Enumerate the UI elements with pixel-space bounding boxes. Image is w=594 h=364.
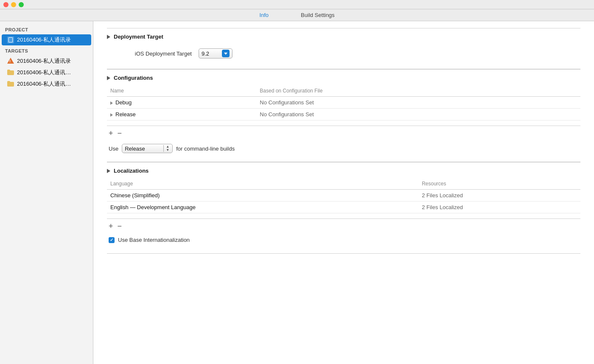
base-internationalization-checkbox[interactable] — [109, 237, 115, 243]
localizations-section-title: Localizations — [114, 168, 148, 174]
localizations-remove-button[interactable]: − — [118, 222, 122, 230]
config-row-name: Release — [107, 109, 256, 120]
config-col-file: Based on Configuration File — [256, 86, 580, 97]
configurations-section: Configurations Name Based on Configurati… — [107, 69, 580, 158]
divider-3 — [107, 253, 580, 254]
localizations-section: Localizations Language Resources Chinese… — [107, 162, 580, 250]
top-tab-bar: Info Build Settings — [0, 9, 594, 21]
project-icon — [7, 36, 14, 44]
configurations-add-button[interactable]: + — [109, 129, 113, 137]
config-row-name: Debug — [107, 97, 256, 109]
localizations-add-remove-bar: + − — [107, 218, 580, 233]
configurations-add-remove-bar: + − — [107, 126, 580, 140]
row-triangle-icon — [110, 101, 113, 105]
ios-deployment-label: iOS Deployment Target — [124, 50, 192, 57]
configurations-table: Name Based on Configuration File Debug N… — [107, 86, 580, 120]
loc-table-row[interactable]: English — Development Language 2 Files L… — [107, 202, 580, 213]
project-section-label: PROJECT — [0, 25, 93, 34]
sidebar-item-target-0[interactable]: ! 20160406-私人通讯录 — [2, 56, 91, 67]
target-label-1: 20160406-私人通讯… — [17, 69, 71, 76]
config-table-row[interactable]: Debug No Configurations Set — [107, 97, 580, 109]
target-label-2: 20160406-私人通讯… — [17, 80, 71, 88]
loc-row-language: English — Development Language — [107, 202, 418, 213]
loc-row-resources: 2 Files Localized — [418, 202, 580, 213]
loc-table-row[interactable]: Chinese (Simplified) 2 Files Localized — [107, 190, 580, 202]
project-item-label: 20160406-私人通讯录 — [17, 36, 71, 44]
ios-deployment-select[interactable]: 9.2 — [199, 48, 233, 59]
target-app-icon: ! — [7, 57, 14, 65]
folder-icon-1 — [7, 69, 14, 76]
tab-build-settings[interactable]: Build Settings — [297, 10, 338, 20]
minimize-button[interactable] — [11, 2, 16, 7]
config-table-row[interactable]: Release No Configurations Set — [107, 109, 580, 120]
use-configuration-stepper[interactable]: ▲ ▼ — [163, 145, 170, 152]
targets-section-label: TARGETS — [0, 46, 93, 55]
localizations-add-button[interactable]: + — [109, 222, 113, 230]
sidebar-item-target-1[interactable]: 20160406-私人通讯… — [2, 67, 91, 78]
config-row-file: No Configurations Set — [256, 109, 580, 120]
deployment-section-title: Deployment Target — [114, 34, 163, 40]
config-row-file: No Configurations Set — [256, 97, 580, 109]
localizations-triangle-icon — [107, 169, 110, 173]
deployment-section-header: Deployment Target — [107, 28, 580, 40]
sidebar-item-target-2[interactable]: 20160406-私人通讯… — [2, 78, 91, 90]
loc-row-resources: 2 Files Localized — [418, 190, 580, 202]
main-layout: PROJECT 20160406-私人通讯录 TARGETS ! 2016040… — [0, 21, 594, 364]
sidebar-item-project[interactable]: 20160406-私人通讯录 — [2, 34, 91, 45]
row-triangle-icon — [110, 113, 113, 117]
use-configuration-select[interactable]: Release ▲ ▼ — [122, 144, 173, 153]
close-button[interactable] — [3, 2, 8, 7]
configurations-section-title: Configurations — [114, 75, 153, 81]
maximize-button[interactable] — [19, 2, 24, 7]
deployment-target-row: iOS Deployment Target 9.2 — [107, 45, 580, 65]
deployment-target-section: Deployment Target iOS Deployment Target … — [107, 28, 580, 65]
use-configuration-value: Release — [125, 146, 162, 152]
localizations-table: Language Resources Chinese (Simplified) … — [107, 179, 580, 213]
configurations-use-row: Use Release ▲ ▼ for command-line builds — [107, 140, 580, 158]
configurations-triangle-icon — [107, 76, 110, 80]
folder-icon-2 — [7, 80, 14, 88]
window-chrome — [0, 0, 594, 9]
localizations-section-header: Localizations — [107, 162, 580, 174]
config-col-name: Name — [107, 86, 256, 97]
loc-row-language: Chinese (Simplified) — [107, 190, 418, 202]
use-label: Use — [109, 146, 118, 152]
use-suffix: for command-line builds — [176, 146, 235, 152]
base-internationalization-label: Use Base Internationalization — [118, 237, 190, 243]
deployment-triangle-icon — [107, 35, 110, 39]
configurations-section-header: Configurations — [107, 69, 580, 81]
content-area: Deployment Target iOS Deployment Target … — [93, 21, 594, 364]
sidebar: PROJECT 20160406-私人通讯录 TARGETS ! 2016040… — [0, 21, 93, 364]
stepper-down-icon: ▼ — [165, 148, 170, 152]
loc-col-language: Language — [107, 179, 418, 190]
tab-info[interactable]: Info — [256, 10, 272, 20]
ios-deployment-arrow-icon — [222, 50, 230, 57]
target-label-0: 20160406-私人通讯录 — [17, 57, 71, 65]
base-internationalization-row: Use Base Internationalization — [107, 233, 580, 250]
loc-col-resources: Resources — [418, 179, 580, 190]
configurations-remove-button[interactable]: − — [118, 129, 122, 137]
ios-deployment-value: 9.2 — [202, 50, 222, 57]
